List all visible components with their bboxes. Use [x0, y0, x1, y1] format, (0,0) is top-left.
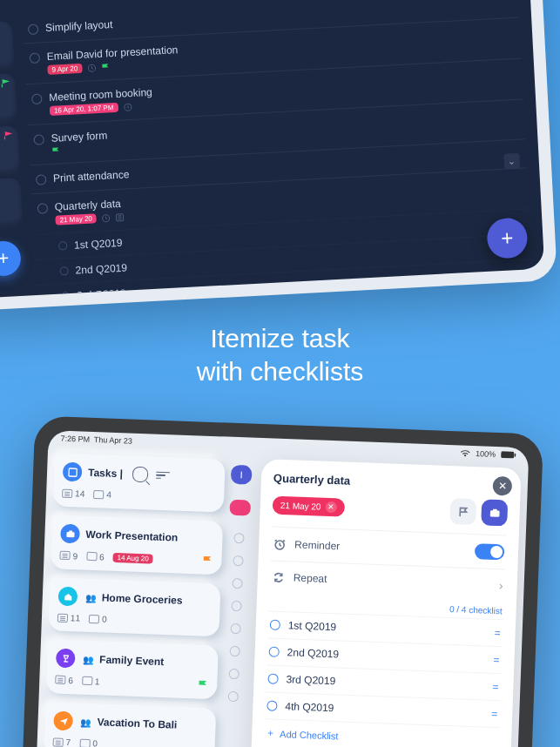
checkbox-icon[interactable]	[269, 620, 280, 630]
checkbox-icon	[228, 669, 239, 679]
subtask-title: 1st Q2019	[74, 237, 123, 252]
filter-icon[interactable]	[155, 472, 169, 479]
panel-title: Quarterly data	[273, 472, 508, 494]
checklist-text: 2nd Q2019	[287, 646, 339, 660]
due-date-text: 21 May 20	[280, 500, 320, 511]
status-time: 7:26 PM	[60, 434, 90, 444]
add-checklist-label: Add Checklist	[280, 729, 339, 741]
checkbox-icon[interactable]	[267, 673, 278, 683]
svg-rect-4	[501, 451, 514, 459]
note-icon	[88, 614, 98, 622]
checkbox-icon[interactable]	[36, 174, 47, 185]
task-count: 14	[75, 488, 85, 498]
chevron-right-icon: ›	[498, 578, 503, 592]
note-icon	[81, 676, 91, 685]
headline-line: Itemize task	[0, 322, 560, 355]
drag-handle-icon[interactable]: =	[493, 654, 501, 666]
collapse-button[interactable]: ⌄	[503, 153, 520, 170]
reminder-toggle[interactable]	[474, 543, 504, 560]
sidebar-tile[interactable]	[0, 125, 20, 175]
checkbox-icon[interactable]	[30, 52, 41, 64]
svg-rect-5	[514, 454, 516, 457]
date-chip: 9 Apr 20	[47, 64, 82, 75]
checklist-text: 1st Q2019	[287, 619, 336, 633]
checkbox-icon	[230, 623, 240, 634]
svg-rect-6	[68, 468, 76, 475]
checklist-text: 3rd Q2019	[286, 673, 335, 687]
lists-column: Tasks | 14 4 Work Presentation 9 6 14 Au	[31, 446, 226, 747]
sidebar-tile[interactable]	[0, 178, 23, 227]
flag-icon	[202, 555, 213, 566]
svg-rect-7	[65, 531, 73, 536]
date-chip: 21 May 20	[55, 213, 97, 225]
close-button[interactable]: ✕	[492, 476, 512, 496]
checklist-icon	[116, 212, 125, 222]
sidebar-tile[interactable]	[0, 21, 14, 71]
checkbox-icon	[229, 646, 240, 656]
checkbox-icon[interactable]	[28, 24, 39, 35]
count-icon	[55, 676, 65, 684]
checkbox-icon	[227, 691, 238, 702]
mini-pill: I	[230, 465, 252, 485]
due-date-chip[interactable]: 21 May 20 ✕	[272, 495, 344, 516]
party-icon	[55, 649, 75, 669]
drag-handle-icon[interactable]: =	[492, 681, 500, 693]
list-card[interactable]: Work Presentation 9 6 14 Aug 20	[51, 515, 223, 575]
checkbox-icon[interactable]	[58, 241, 68, 251]
add-list-fab[interactable]: +	[0, 240, 22, 277]
list-card[interactable]: 👥Vacation To Bali 7 0	[44, 702, 216, 747]
checkbox-icon[interactable]	[37, 203, 49, 214]
clear-date-icon[interactable]: ✕	[325, 501, 336, 512]
wifi-icon	[460, 449, 470, 456]
checkbox-icon[interactable]	[268, 647, 279, 657]
count-icon	[52, 737, 63, 746]
battery-pct: 100%	[475, 449, 495, 459]
checkbox-icon[interactable]	[267, 700, 277, 710]
checkbox-icon[interactable]	[31, 93, 43, 104]
checklist-text: 4th Q2019	[285, 700, 334, 714]
checkbox-icon[interactable]	[33, 134, 44, 145]
marketing-headline: Itemize task with checklists	[0, 322, 560, 387]
count-icon	[59, 551, 70, 560]
clock-icon	[87, 64, 97, 73]
task-list-dark: Simplify layout Email David for presenta…	[20, 0, 545, 295]
task-detail-panel: ✕ Quarterly data 21 May 20 ✕ Reminder	[246, 459, 521, 747]
reminder-label: Reminder	[293, 539, 340, 553]
drag-handle-icon[interactable]: =	[490, 708, 498, 720]
list-card-tasks[interactable]: Tasks | 14 4	[52, 453, 225, 512]
bottom-tablet: 7:26 PM Thu Apr 23 100% Tasks |	[17, 415, 543, 747]
bottom-screen: 7:26 PM Thu Apr 23 100% Tasks |	[31, 430, 529, 747]
list-title: Vacation To Bali	[97, 716, 177, 730]
svg-rect-9	[489, 510, 499, 516]
list-card[interactable]: 👥Home Groceries 11 0	[48, 577, 220, 636]
top-tablet: + Simplify layout Email David for presen…	[0, 0, 557, 312]
task-count: 9	[72, 551, 78, 561]
people-icon: 👥	[83, 654, 93, 663]
plus-icon: ＋	[266, 726, 276, 739]
clock-icon	[123, 102, 132, 111]
list-title: Family Event	[98, 653, 163, 668]
list-button[interactable]	[481, 499, 508, 526]
drag-handle-icon[interactable]: =	[494, 627, 502, 639]
list-card[interactable]: 👥Family Event 6 1	[45, 639, 218, 699]
home-icon	[57, 587, 78, 607]
checkbox-icon[interactable]	[61, 292, 71, 299]
flag-button[interactable]	[449, 498, 476, 525]
checkbox-icon[interactable]	[59, 266, 69, 276]
note-count: 4	[106, 490, 111, 500]
plane-icon	[53, 711, 73, 731]
list-icon	[62, 462, 82, 482]
status-date: Thu Apr 23	[93, 435, 132, 446]
flag-icon	[51, 146, 61, 156]
count-icon	[62, 488, 72, 497]
task-count: 6	[68, 676, 73, 685]
clock-icon	[102, 213, 111, 223]
note-icon	[79, 738, 90, 747]
note-count: 6	[98, 552, 104, 562]
search-icon[interactable]	[132, 467, 148, 483]
list-title: Tasks |	[87, 467, 122, 480]
top-screen: + Simplify layout Email David for presen…	[0, 0, 544, 299]
list-title: Home Groceries	[101, 591, 182, 606]
task-count: 11	[70, 613, 80, 622]
sidebar-tile[interactable]	[0, 73, 17, 123]
